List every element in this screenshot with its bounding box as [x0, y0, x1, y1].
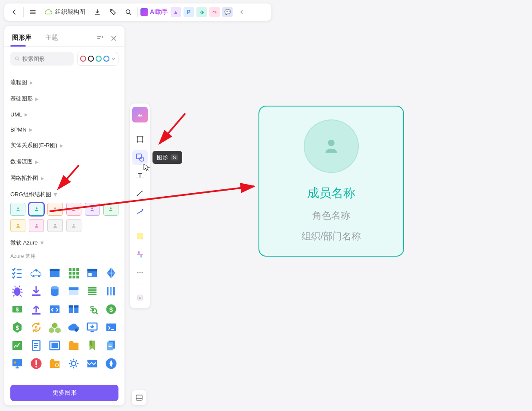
azure-docs-icon[interactable]	[104, 339, 118, 352]
azure-monitor-down-icon[interactable]	[85, 320, 99, 334]
tool-chat-icon[interactable]: 💬	[222, 7, 233, 17]
bag-tool[interactable]: b	[132, 289, 148, 305]
tool-p-icon[interactable]: P	[184, 7, 194, 17]
azure-grid-icon[interactable]	[67, 266, 81, 280]
azure-lines-icon[interactable]	[85, 284, 99, 298]
avatar-placeholder	[304, 119, 359, 173]
org-shape-yellow[interactable]	[10, 219, 25, 232]
azure-cloud-node-icon[interactable]	[29, 266, 43, 280]
azure-dual-panel-icon[interactable]	[67, 302, 81, 316]
azure-pattern-icon[interactable]	[85, 357, 99, 370]
azure-dollar-search-icon[interactable]: $	[85, 302, 99, 316]
org-shape-teal-sel[interactable]	[29, 203, 44, 216]
category-org[interactable]: ORG组织结构图▶	[10, 186, 118, 203]
azure-dollar-cycle-icon[interactable]: $	[29, 320, 43, 334]
close-icon[interactable]	[109, 34, 118, 43]
annotation-arrow-1	[155, 110, 190, 149]
menu-button[interactable]	[26, 6, 39, 19]
more-shapes-button[interactable]: 更多图形	[10, 385, 118, 401]
note-tool[interactable]	[132, 229, 148, 244]
svg-point-0	[111, 10, 112, 11]
azure-dollar-icon[interactable]: $	[10, 302, 24, 316]
azure-alert-icon[interactable]	[29, 357, 43, 370]
azure-chart-icon[interactable]	[10, 339, 24, 352]
azure-panel-icon[interactable]	[85, 266, 99, 280]
category-bpmn[interactable]: BPMN▶	[10, 122, 118, 137]
azure-folder-icon[interactable]	[67, 339, 81, 352]
azure-bug-icon[interactable]	[10, 284, 24, 298]
connector-tool[interactable]	[132, 204, 148, 220]
azure-database-icon[interactable]	[48, 284, 62, 298]
search-input-field[interactable]	[22, 56, 69, 62]
azure-window-icon[interactable]	[48, 266, 62, 280]
document-title[interactable]: 组织架构图	[45, 8, 85, 16]
category-dataflow[interactable]: 数据流图▶	[10, 154, 118, 170]
shape-tool[interactable]	[132, 150, 148, 165]
azure-image-icon[interactable]	[48, 339, 62, 352]
align-tool[interactable]	[132, 247, 148, 262]
azure-hex-dollar-icon[interactable]: $	[10, 320, 24, 334]
category-azure[interactable]: 微软 Azure▶	[10, 235, 118, 251]
azure-bookmark-icon[interactable]	[85, 339, 99, 352]
svg-point-14	[32, 275, 34, 277]
ai-assistant-button[interactable]: AI助手	[140, 8, 168, 16]
org-shape-gray[interactable]	[47, 219, 62, 232]
org-shape-green[interactable]	[103, 203, 118, 216]
org-shape-gray2[interactable]	[66, 219, 81, 232]
svg-rect-46	[74, 305, 78, 307]
color-filter-dropdown[interactable]	[77, 52, 118, 66]
svg-rect-21	[68, 272, 71, 275]
azure-code-icon[interactable]	[48, 302, 62, 316]
tab-theme[interactable]: 主题	[44, 30, 60, 46]
azure-gear-icon[interactable]	[67, 357, 81, 370]
back-button[interactable]	[8, 6, 21, 19]
org-shape-orange[interactable]	[47, 203, 62, 216]
category-basic[interactable]: 基础图形▶	[10, 91, 118, 107]
org-shape-pink[interactable]	[66, 203, 81, 216]
theme-tool[interactable]	[132, 107, 148, 122]
azure-download-arrow-icon[interactable]	[29, 284, 43, 298]
tag-button[interactable]	[106, 6, 119, 19]
search-button[interactable]	[122, 6, 135, 19]
org-shape-pink2[interactable]	[29, 219, 44, 232]
org-member-card[interactable]: 成员名称 角色名称 组织/部门名称	[258, 106, 404, 257]
category-network[interactable]: 网络拓扑图▶	[10, 170, 118, 186]
azure-folder-gear-icon[interactable]	[48, 357, 62, 370]
category-flowchart[interactable]: 流程图▶	[10, 74, 118, 91]
category-er[interactable]: 实体关系图(E-R图)▶	[10, 137, 118, 154]
category-uml[interactable]: UML▶	[10, 107, 118, 122]
azure-bars-icon[interactable]	[104, 284, 118, 298]
shape-search-input[interactable]	[10, 52, 74, 66]
tab-shape-library[interactable]: 图形库	[10, 30, 33, 46]
more-tool[interactable]	[132, 265, 148, 280]
text-tool[interactable]	[132, 168, 148, 183]
azure-dollar-circle-icon[interactable]: $	[104, 302, 118, 316]
svg-point-71	[140, 157, 144, 161]
tool-shape-icon[interactable]: ⬗	[196, 7, 207, 17]
azure-checklist-icon[interactable]	[10, 266, 24, 280]
color-swatch-blue	[103, 56, 109, 62]
azure-document-icon[interactable]	[29, 339, 43, 352]
shape-tool-tooltip: 图形 S	[152, 151, 182, 164]
frame-tool[interactable]	[132, 132, 148, 147]
azure-diamond-icon[interactable]	[104, 266, 118, 280]
org-shape-grid	[10, 203, 118, 232]
bottom-panel-toggle[interactable]	[132, 390, 146, 405]
azure-cloud-icon[interactable]	[67, 320, 81, 334]
pen-tool[interactable]	[132, 186, 148, 201]
download-button[interactable]	[91, 6, 104, 19]
org-shape-teal[interactable]	[10, 203, 25, 216]
tool-image-icon[interactable]: ▲	[171, 7, 181, 17]
collapse-button[interactable]	[235, 6, 248, 19]
azure-compass-icon[interactable]	[104, 357, 118, 370]
azure-terminal-icon[interactable]	[104, 320, 118, 334]
azure-upload-icon[interactable]	[29, 302, 43, 316]
org-name: 组织/部门名称	[302, 230, 361, 243]
azure-header-icon[interactable]	[67, 284, 81, 298]
sort-icon[interactable]	[95, 34, 105, 43]
org-shape-purple[interactable]	[85, 203, 100, 216]
azure-screen-icon[interactable]	[10, 357, 24, 370]
azure-cubes-icon[interactable]	[48, 320, 62, 334]
tool-flow-icon[interactable]: ⤳	[209, 7, 220, 17]
svg-rect-31	[32, 295, 40, 296]
